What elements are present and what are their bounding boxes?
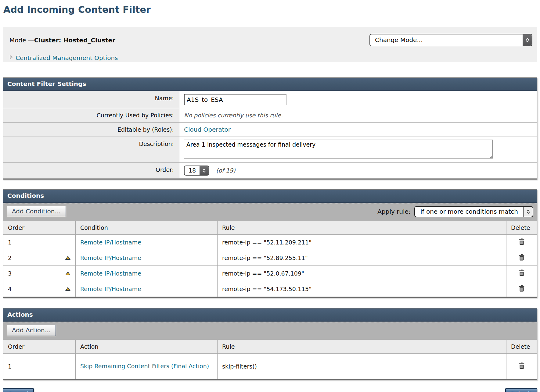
actions-table: Order Action Rule Delete 1 Skip Remainin… (3, 340, 537, 379)
move-up-icon[interactable] (65, 287, 70, 291)
conditions-section: Conditions Add Condition... Apply rule: … (3, 189, 537, 298)
actions-toolbar: Add Action... (3, 322, 537, 340)
policies-value: No policies currently use this rule. (184, 112, 283, 119)
roles-label: Editable by (Roles): (3, 123, 179, 137)
order-total-note: (of 19) (216, 167, 235, 174)
action-rule: skip-filters() (218, 354, 506, 379)
submit-button[interactable]: Submit (505, 388, 537, 392)
actions-section: Actions Add Action... Order Action Rule … (3, 308, 537, 380)
apply-rule-select[interactable]: If one or more conditions match (414, 206, 533, 217)
page-title: Add Incoming Content Filter (3, 4, 537, 15)
column-header-rule: Rule (218, 340, 506, 354)
column-header-order: Order (3, 221, 76, 235)
delete-trash-icon[interactable] (519, 285, 525, 292)
move-up-icon[interactable] (65, 272, 70, 276)
footer-bar: Cancel Submit (3, 388, 537, 392)
disclosure-triangle-icon (9, 55, 13, 61)
change-mode-select[interactable]: Change Mode... (369, 34, 532, 46)
centralized-management-options-link[interactable]: Centralized Management Options (16, 54, 118, 62)
description-label: Description: (3, 137, 179, 163)
table-row: 3 Remote IP/Hostname remote-ip == "52.0.… (3, 266, 537, 281)
name-field[interactable] (184, 94, 286, 105)
actions-header: Actions (3, 308, 537, 322)
delete-trash-icon[interactable] (519, 254, 525, 261)
add-condition-button[interactable]: Add Condition... (7, 206, 66, 217)
delete-trash-icon[interactable] (519, 238, 525, 245)
cancel-button[interactable]: Cancel (3, 388, 34, 392)
content-filter-settings-table: Name: Currently Used by Policies: No pol… (3, 91, 537, 179)
condition-rule: remote-ip == "52.11.209.211" (218, 235, 506, 250)
mode-text: Mode —Cluster: Hosted_Cluster (9, 37, 115, 44)
table-header-row: Order Action Rule Delete (3, 340, 537, 354)
column-header-delete: Delete (506, 340, 537, 354)
table-row: Editable by (Roles): Cloud Operator (3, 123, 537, 137)
condition-link[interactable]: Remote IP/Hostname (80, 255, 141, 261)
order-label: Order: (3, 163, 179, 179)
column-header-delete: Delete (506, 221, 537, 235)
delete-trash-icon[interactable] (519, 362, 525, 369)
delete-trash-icon[interactable] (519, 269, 525, 276)
condition-link[interactable]: Remote IP/Hostname (80, 286, 141, 292)
condition-order: 2 (3, 250, 76, 266)
order-select[interactable]: 18 (184, 166, 209, 176)
policies-label: Currently Used by Policies: (3, 108, 179, 123)
select-stepper-icon (523, 34, 532, 46)
action-link[interactable]: Skip Remaining Content Filters (Final Ac… (80, 363, 209, 369)
condition-rule: remote-ip == "52.0.67.109" (218, 266, 506, 281)
table-row: 1 Remote IP/Hostname remote-ip == "52.11… (3, 235, 537, 250)
mode-label: Mode — (9, 37, 34, 44)
table-row: Name: (3, 91, 537, 108)
table-row: Currently Used by Policies: No policies … (3, 108, 537, 123)
condition-rule: remote-ip == "52.89.255.11" (218, 250, 506, 266)
apply-rule-selected-value: If one or more conditions match (415, 207, 523, 217)
mode-value: Cluster: Hosted_Cluster (34, 37, 115, 44)
content-filter-settings-section: Content Filter Settings Name: Currently … (3, 77, 537, 180)
order-selected-value: 18 (185, 166, 200, 175)
select-stepper-icon (200, 166, 209, 175)
conditions-table: Order Condition Rule Delete 1 Remote IP/… (3, 221, 537, 297)
apply-rule-label: Apply rule: (377, 208, 410, 215)
move-up-icon[interactable] (65, 256, 70, 260)
table-row: 2 Remote IP/Hostname remote-ip == "52.89… (3, 250, 537, 266)
condition-order: 1 (3, 235, 76, 250)
column-header-action: Action (76, 340, 218, 354)
table-row: Order: 18 (of 19) (3, 163, 537, 179)
description-field[interactable]: Area 1 inspected messages for final deli… (184, 140, 493, 159)
editable-roles-link[interactable]: Cloud Operator (184, 126, 231, 133)
add-action-button[interactable]: Add Action... (7, 325, 56, 336)
table-row: Description: Area 1 inspected messages f… (3, 137, 537, 163)
page-container: Add Incoming Content Filter Mode —Cluste… (0, 0, 540, 392)
conditions-header: Conditions (3, 190, 537, 203)
column-header-condition: Condition (76, 221, 218, 235)
column-header-rule: Rule (218, 221, 506, 235)
table-row: 4 Remote IP/Hostname remote-ip == "54.17… (3, 281, 537, 297)
mode-box: Mode —Cluster: Hosted_Cluster Change Mod… (3, 27, 537, 62)
action-order: 1 (3, 354, 76, 379)
conditions-toolbar: Add Condition... Apply rule: If one or m… (3, 203, 537, 221)
column-header-order: Order (3, 340, 76, 354)
condition-link[interactable]: Remote IP/Hostname (80, 270, 141, 277)
condition-rule: remote-ip == "54.173.50.115" (218, 281, 506, 297)
table-header-row: Order Condition Rule Delete (3, 221, 537, 235)
condition-link[interactable]: Remote IP/Hostname (80, 239, 141, 246)
table-row: 1 Skip Remaining Content Filters (Final … (3, 354, 537, 379)
select-stepper-icon (523, 207, 533, 217)
condition-order: 3 (3, 266, 76, 281)
content-filter-settings-header: Content Filter Settings (3, 78, 537, 91)
name-label: Name: (3, 91, 179, 108)
change-mode-selected-value: Change Mode... (370, 34, 523, 46)
condition-order: 4 (3, 281, 76, 297)
